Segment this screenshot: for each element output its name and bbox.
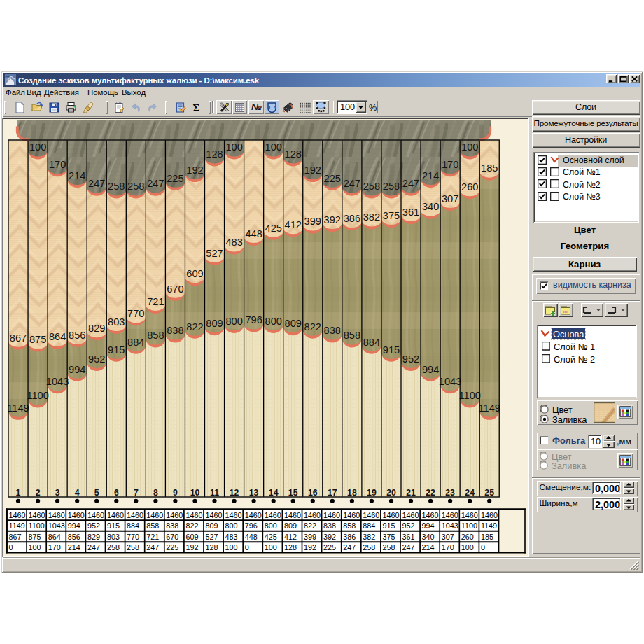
svg-text:800: 800 (225, 522, 238, 530)
svg-text:770: 770 (127, 533, 139, 541)
svg-text:425: 425 (265, 533, 277, 541)
svg-text:1460: 1460 (442, 511, 458, 519)
svg-text:100: 100 (461, 543, 474, 552)
svg-text:670: 670 (167, 284, 183, 295)
svg-text:307: 307 (442, 533, 454, 541)
svg-text:1043: 1043 (439, 376, 461, 387)
svg-text:361: 361 (402, 533, 415, 541)
svg-text:1460: 1460 (343, 511, 360, 519)
svg-text:952: 952 (402, 354, 419, 365)
svg-text:21: 21 (406, 488, 416, 498)
svg-text:Σ: Σ (193, 102, 200, 113)
svg-text:225: 225 (166, 543, 178, 552)
svg-text:247: 247 (344, 178, 360, 189)
svg-text:1460: 1460 (107, 511, 124, 519)
svg-text:386: 386 (343, 533, 356, 541)
svg-text:16: 16 (308, 488, 318, 498)
svg-text:994: 994 (69, 364, 85, 375)
svg-text:858: 858 (343, 522, 356, 530)
svg-text:809: 809 (206, 318, 223, 329)
svg-text:867: 867 (9, 533, 22, 541)
svg-text:412: 412 (284, 533, 297, 541)
svg-text:247: 247 (146, 543, 159, 552)
svg-text:128: 128 (284, 543, 297, 552)
svg-text:1460: 1460 (265, 511, 281, 519)
svg-text:100: 100 (265, 141, 282, 153)
svg-text:214: 214 (422, 543, 435, 552)
svg-text:3: 3 (55, 488, 60, 498)
svg-text:100: 100 (461, 141, 478, 153)
svg-text:307: 307 (442, 193, 458, 204)
svg-text:952: 952 (88, 522, 100, 530)
svg-text:858: 858 (146, 522, 159, 530)
svg-text:258: 258 (127, 181, 144, 192)
svg-text:809: 809 (284, 522, 297, 530)
svg-text:856: 856 (68, 533, 80, 541)
svg-text:1460: 1460 (146, 511, 163, 519)
svg-text:448: 448 (245, 533, 258, 541)
svg-text:128: 128 (206, 148, 223, 160)
svg-text:770: 770 (127, 308, 144, 319)
svg-text:170: 170 (49, 159, 66, 170)
svg-text:5: 5 (94, 488, 99, 498)
svg-text:258: 258 (127, 543, 139, 552)
svg-text:829: 829 (88, 323, 105, 334)
svg-text:864: 864 (49, 331, 66, 342)
svg-text:225: 225 (324, 173, 341, 184)
svg-text:527: 527 (206, 533, 218, 541)
svg-text:214: 214 (69, 170, 85, 181)
svg-text:884: 884 (127, 522, 139, 530)
svg-text:838: 838 (324, 325, 341, 336)
svg-text:1460: 1460 (402, 511, 419, 519)
svg-text:1460: 1460 (29, 511, 46, 519)
svg-text:1149: 1149 (9, 522, 25, 530)
svg-text:884: 884 (363, 522, 375, 530)
svg-text:1149: 1149 (481, 522, 497, 530)
svg-text:1460: 1460 (127, 511, 144, 519)
svg-text:399: 399 (304, 533, 316, 541)
svg-text:796: 796 (245, 522, 258, 530)
svg-text:822: 822 (186, 321, 203, 332)
svg-text:809: 809 (206, 522, 218, 530)
svg-text:392: 392 (323, 533, 336, 541)
svg-text:2: 2 (36, 488, 41, 498)
svg-text:867: 867 (10, 332, 27, 344)
svg-text:361: 361 (402, 206, 419, 218)
svg-text:0: 0 (9, 543, 13, 552)
svg-text:800: 800 (265, 522, 277, 530)
svg-text:258: 258 (107, 543, 120, 552)
svg-text:6: 6 (114, 488, 119, 498)
svg-text:247: 247 (88, 543, 100, 552)
svg-text:994: 994 (422, 522, 435, 530)
svg-text:18: 18 (347, 488, 357, 498)
svg-text:1460: 1460 (225, 511, 242, 519)
svg-text:1460: 1460 (9, 511, 26, 519)
svg-text:1460: 1460 (245, 511, 262, 519)
svg-text:822: 822 (304, 522, 316, 530)
svg-text:1460: 1460 (363, 511, 379, 519)
svg-text:875: 875 (29, 334, 46, 345)
svg-text:1149: 1149 (7, 402, 29, 414)
svg-text:448: 448 (245, 228, 262, 239)
svg-text:170: 170 (442, 543, 454, 552)
svg-text:609: 609 (186, 268, 203, 279)
svg-text:884: 884 (363, 337, 380, 348)
svg-text:128: 128 (285, 148, 302, 160)
svg-text:875: 875 (29, 533, 41, 541)
svg-text:994: 994 (422, 364, 439, 375)
svg-text:721: 721 (147, 296, 164, 307)
svg-text:214: 214 (68, 543, 80, 552)
svg-text:260: 260 (461, 533, 474, 541)
svg-text:225: 225 (167, 173, 183, 184)
svg-text:1460: 1460 (481, 511, 498, 519)
svg-text:1100: 1100 (27, 390, 48, 401)
svg-text:822: 822 (186, 522, 198, 530)
svg-text:185: 185 (481, 162, 498, 174)
svg-text:838: 838 (166, 522, 178, 530)
svg-text:838: 838 (323, 522, 336, 530)
svg-text:100: 100 (225, 141, 242, 153)
svg-text:1460: 1460 (166, 511, 183, 519)
svg-text:12: 12 (230, 488, 239, 498)
svg-text:258: 258 (383, 181, 400, 192)
svg-text:247: 247 (343, 543, 356, 552)
